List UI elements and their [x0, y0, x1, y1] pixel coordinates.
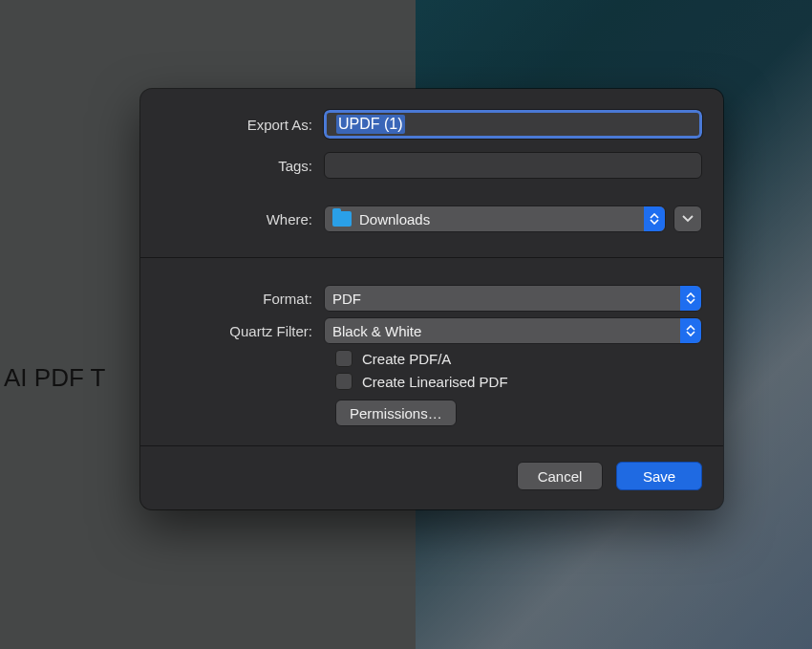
format-label: Format:: [161, 291, 324, 307]
create-pdfa-label: Create PDF/A: [362, 351, 451, 367]
tags-input[interactable]: [324, 152, 702, 179]
updown-caret-icon: [680, 286, 701, 311]
quartz-filter-label: Quartz Filter:: [161, 323, 324, 339]
format-popup[interactable]: PDF: [324, 285, 702, 312]
save-button[interactable]: Save: [616, 462, 702, 490]
export-as-label: Export As:: [161, 117, 324, 133]
dialog-section-top: Export As: UPDF (1) Tags: Where: Downloa…: [140, 89, 723, 257]
dialog-section-middle: Format: PDF Quartz Filter: Black & White: [140, 258, 723, 445]
cancel-button[interactable]: Cancel: [517, 462, 603, 490]
where-value: Downloads: [359, 211, 430, 227]
create-linearised-checkbox[interactable]: [335, 373, 353, 390]
divider-2: [140, 445, 723, 446]
where-label: Where:: [161, 211, 324, 227]
create-linearised-label: Create Linearised PDF: [362, 374, 508, 390]
where-popup[interactable]: Downloads: [324, 206, 666, 232]
tags-label: Tags:: [161, 158, 324, 174]
divider-1: [140, 257, 723, 258]
folder-icon: [332, 211, 352, 227]
chevron-down-icon: [682, 215, 694, 223]
create-pdfa-checkbox[interactable]: [335, 350, 353, 367]
export-as-input[interactable]: UPDF (1): [324, 110, 702, 139]
expand-location-button[interactable]: [673, 206, 702, 232]
updown-caret-icon: [644, 206, 665, 231]
quartz-filter-value: Black & White: [332, 323, 421, 339]
quartz-filter-popup[interactable]: Black & White: [324, 317, 702, 344]
export-dialog: Export As: UPDF (1) Tags: Where: Downloa…: [140, 89, 723, 509]
export-as-value: UPDF (1): [336, 115, 405, 134]
permissions-button[interactable]: Permissions…: [335, 400, 457, 426]
updown-caret-icon: [680, 318, 701, 343]
format-value: PDF: [332, 291, 361, 307]
dialog-footer: Cancel Save: [140, 446, 723, 509]
